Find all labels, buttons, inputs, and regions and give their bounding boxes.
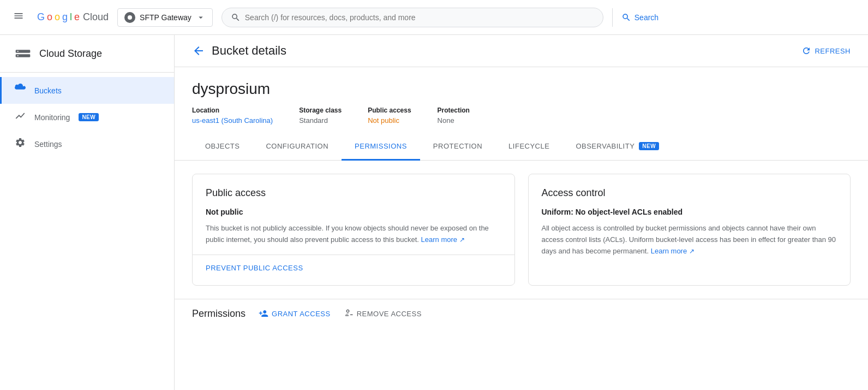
observability-new-badge: NEW bbox=[639, 142, 659, 150]
refresh-icon bbox=[801, 46, 811, 56]
settings-icon bbox=[15, 137, 26, 151]
remove-access-icon bbox=[344, 309, 354, 318]
tab-protection[interactable]: PROTECTION bbox=[420, 133, 495, 161]
access-control-card-subtitle: Uniform: No object-level ACLs enabled bbox=[542, 208, 837, 216]
tabs: OBJECTS CONFIGURATION PERMISSIONS PROTEC… bbox=[175, 133, 868, 161]
sidebar-header: Cloud Storage bbox=[0, 35, 174, 73]
buckets-icon bbox=[15, 84, 26, 97]
grant-access-icon bbox=[259, 309, 268, 318]
page-title: Bucket details bbox=[212, 44, 286, 58]
project-name: SFTP Gateway bbox=[140, 13, 191, 22]
public-access-card-subtitle: Not public bbox=[206, 208, 501, 216]
public-access-learn-more[interactable]: Learn more ↗ bbox=[421, 235, 465, 244]
protection-label: Protection bbox=[438, 107, 470, 114]
project-selector[interactable]: SFTP Gateway bbox=[117, 8, 213, 27]
menu-icon[interactable] bbox=[9, 6, 28, 28]
sidebar-item-monitoring[interactable]: Monitoring NEW bbox=[0, 104, 174, 131]
access-control-card: Access control Uniform: No object-level … bbox=[528, 174, 851, 286]
sidebar-nav: Buckets Monitoring NEW Settings bbox=[0, 73, 174, 162]
cards-row: Public access Not public This bucket is … bbox=[192, 174, 851, 286]
grant-access-label: GRANT ACCESS bbox=[272, 310, 331, 318]
meta-protection: Protection None bbox=[438, 107, 470, 125]
permissions-title: Permissions bbox=[192, 308, 246, 320]
page-header-left: Bucket details bbox=[192, 44, 286, 58]
location-value[interactable]: us-east1 (South Carolina) bbox=[192, 116, 273, 125]
topbar: Google Cloud SFTP Gateway Search bbox=[0, 0, 868, 35]
meta-storage-class: Storage class Standard bbox=[299, 107, 342, 125]
sidebar-item-buckets[interactable]: Buckets bbox=[0, 77, 174, 104]
tab-lifecycle[interactable]: LIFECYCLE bbox=[495, 133, 562, 161]
search-button-icon bbox=[621, 13, 631, 22]
back-button[interactable] bbox=[192, 44, 205, 57]
settings-label: Settings bbox=[34, 140, 62, 149]
public-access-label: Public access bbox=[368, 107, 411, 114]
page-header: Bucket details REFRESH bbox=[175, 35, 868, 67]
google-logo: Google Cloud bbox=[37, 11, 109, 23]
location-label: Location bbox=[192, 107, 273, 114]
storage-class-value: Standard bbox=[299, 116, 342, 125]
bucket-info: dysprosium Location us-east1 (South Caro… bbox=[175, 67, 868, 125]
search-input[interactable] bbox=[245, 13, 594, 22]
sidebar-title: Cloud Storage bbox=[39, 48, 102, 60]
monitoring-icon bbox=[15, 110, 26, 124]
prevent-public-access-button[interactable]: PREVENT PUBLIC ACCESS bbox=[206, 264, 501, 272]
public-access-value: Not public bbox=[368, 116, 411, 125]
sidebar: Cloud Storage Buckets Monitoring NEW bbox=[0, 35, 175, 390]
main-content: Bucket details REFRESH dysprosium Locati… bbox=[175, 35, 868, 390]
card-divider bbox=[193, 255, 514, 255]
remove-access-button[interactable]: REMOVE ACCESS bbox=[344, 309, 422, 318]
search-button[interactable]: Search bbox=[612, 8, 667, 27]
tab-configuration[interactable]: CONFIGURATION bbox=[253, 133, 342, 161]
content-area: Public access Not public This bucket is … bbox=[175, 161, 868, 299]
external-link-icon: ↗ bbox=[459, 236, 465, 244]
remove-access-label: REMOVE ACCESS bbox=[357, 310, 422, 318]
tab-observability[interactable]: OBSERVABILITY NEW bbox=[562, 133, 672, 161]
external-link-icon-2: ↗ bbox=[689, 247, 695, 255]
tab-permissions[interactable]: PERMISSIONS bbox=[342, 133, 420, 161]
access-control-card-body: All object access is controlled by bucke… bbox=[542, 223, 837, 257]
public-access-card-title: Public access bbox=[206, 187, 501, 199]
chevron-down-icon bbox=[196, 13, 206, 22]
meta-public-access: Public access Not public bbox=[368, 107, 411, 125]
project-icon bbox=[124, 12, 135, 23]
search-button-label: Search bbox=[634, 13, 659, 22]
public-access-card: Public access Not public This bucket is … bbox=[192, 174, 515, 286]
refresh-label: REFRESH bbox=[815, 47, 851, 55]
refresh-button[interactable]: REFRESH bbox=[801, 46, 851, 56]
monitoring-new-badge: NEW bbox=[79, 113, 99, 121]
tab-objects[interactable]: OBJECTS bbox=[192, 133, 253, 161]
svg-rect-2 bbox=[17, 51, 19, 51]
bucket-name: dysprosium bbox=[192, 80, 851, 98]
monitoring-label: Monitoring bbox=[34, 113, 70, 122]
public-access-card-body: This bucket is not publicly accessible. … bbox=[206, 223, 501, 246]
svg-rect-3 bbox=[17, 55, 19, 56]
meta-location: Location us-east1 (South Carolina) bbox=[192, 107, 273, 125]
permissions-bar: Permissions GRANT ACCESS REMOVE ACCESS bbox=[175, 299, 868, 328]
access-control-card-title: Access control bbox=[542, 187, 837, 199]
sidebar-item-settings[interactable]: Settings bbox=[0, 131, 174, 157]
storage-class-label: Storage class bbox=[299, 107, 342, 114]
search-icon bbox=[231, 13, 241, 22]
buckets-label: Buckets bbox=[34, 86, 62, 95]
protection-value: None bbox=[438, 116, 470, 125]
grant-access-button[interactable]: GRANT ACCESS bbox=[259, 309, 331, 318]
bucket-meta: Location us-east1 (South Carolina) Stora… bbox=[192, 107, 851, 125]
cloud-storage-icon bbox=[13, 44, 33, 63]
access-control-learn-more[interactable]: Learn more ↗ bbox=[651, 247, 695, 255]
search-bar[interactable] bbox=[222, 8, 603, 27]
